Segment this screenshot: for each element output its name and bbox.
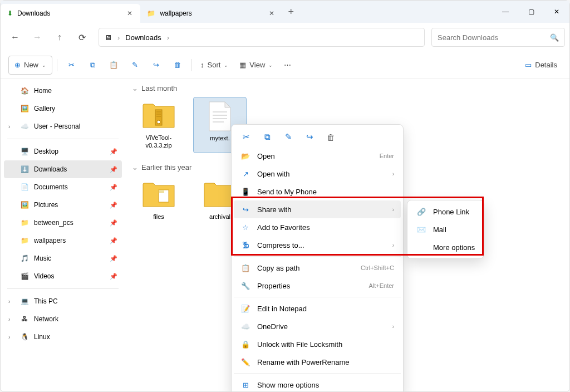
share-icon: ↪ <box>306 132 313 142</box>
search-box[interactable]: 🔍 <box>431 28 565 47</box>
sidebar-item-documents[interactable]: 📄Documents📌 <box>4 178 122 196</box>
submenu-more-options[interactable]: More options <box>410 238 481 256</box>
pin-icon: 📌 <box>110 237 117 244</box>
cut-button[interactable]: ✂ <box>240 131 252 143</box>
properties-icon: 🔧 <box>240 282 250 290</box>
back-button[interactable]: ← <box>5 27 25 47</box>
forward-button[interactable]: → <box>27 27 47 47</box>
onedrive-icon: ☁️ <box>240 322 250 331</box>
submenu-phone-link[interactable]: 🔗Phone Link <box>410 203 481 220</box>
menu-share-with[interactable]: ↪Share with› <box>234 200 401 218</box>
menu-open[interactable]: 📂OpenEnter <box>234 147 401 165</box>
menu-rename-powerrename[interactable]: ✏️Rename with PowerRename <box>234 353 401 371</box>
menu-properties[interactable]: 🔧PropertiesAlt+Enter <box>234 277 401 295</box>
new-tab-button[interactable]: + <box>282 6 300 18</box>
search-input[interactable] <box>438 33 546 42</box>
minimize-button[interactable]: — <box>493 1 518 23</box>
tab-downloads[interactable]: ⬇ Downloads ✕ <box>1 4 140 23</box>
menu-edit-notepad[interactable]: 📝Edit in Notepad <box>234 300 401 317</box>
share-button[interactable]: ↪ <box>146 56 165 75</box>
more-button[interactable]: ⋯ <box>279 56 296 75</box>
cut-button[interactable]: ✂ <box>62 56 81 75</box>
close-button[interactable]: ✕ <box>544 1 569 23</box>
open-with-icon: ↗ <box>240 170 250 178</box>
breadcrumb[interactable]: 🖥 › Downloads › <box>99 28 425 47</box>
menu-label: Mail <box>433 226 475 234</box>
menu-hint: Ctrl+Shift+C <box>361 264 394 271</box>
close-icon[interactable]: ✕ <box>268 9 276 17</box>
tab-wallpapers[interactable]: 📁 wallpapers ✕ <box>140 4 282 23</box>
view-label: View <box>249 61 265 69</box>
menu-label: OneDrive <box>257 322 386 331</box>
chevron-right-icon: › <box>392 207 394 213</box>
cut-icon: ✂ <box>243 132 250 142</box>
sidebar-item-label: Pictures <box>34 201 58 209</box>
chevron-right-icon: › <box>8 334 15 340</box>
menu-compress[interactable]: 🗜Compress to...› <box>234 236 401 254</box>
menu-onedrive[interactable]: ☁️OneDrive› <box>234 317 401 335</box>
sidebar-item-downloads[interactable]: ⬇️Downloads📌 <box>4 160 122 178</box>
maximize-button[interactable]: ▢ <box>518 1 544 23</box>
clipboard-icon: 📋 <box>240 264 250 272</box>
sidebar-item-pictures[interactable]: 🖼️Pictures📌 <box>4 196 122 214</box>
group-header-last-month[interactable]: ⌄ Last month <box>132 84 563 92</box>
file-item-folder[interactable]: files <box>132 176 185 224</box>
details-button[interactable]: ▭ Details <box>520 56 562 75</box>
sidebar-item-videos[interactable]: 🎬Videos📌 <box>4 267 122 285</box>
menu-copy-path[interactable]: 📋Copy as pathCtrl+Shift+C <box>234 259 401 277</box>
sidebar-item-desktop[interactable]: 🖥️Desktop📌 <box>4 143 122 160</box>
share-button[interactable]: ↪ <box>304 131 315 143</box>
menu-label: Rename with PowerRename <box>257 358 394 366</box>
rename-button[interactable]: ✎ <box>125 56 144 75</box>
refresh-button[interactable]: ⟳ <box>72 27 92 47</box>
copy-button[interactable]: ⧉ <box>262 131 273 143</box>
menu-show-more[interactable]: ⊞Show more options <box>234 376 401 391</box>
pc-icon: 💻 <box>19 297 30 305</box>
gallery-icon: 🖼️ <box>19 105 30 112</box>
sidebar-item-label: wallpapers <box>34 237 66 244</box>
chevron-right-icon: › <box>117 33 120 42</box>
rename-button[interactable]: ✎ <box>283 131 294 143</box>
file-explorer-window: ⬇ Downloads ✕ 📁 wallpapers ✕ + — ▢ ✕ ← →… <box>0 0 570 392</box>
sidebar-item-label: Gallery <box>34 105 55 112</box>
submenu-mail[interactable]: ✉️Mail <box>410 220 481 238</box>
delete-button[interactable]: 🗑 <box>325 131 336 143</box>
lock-icon: 🔒 <box>240 340 250 349</box>
sidebar-item-this-pc[interactable]: ›💻This PC <box>4 292 122 310</box>
view-button[interactable]: ▦ View ⌄ <box>235 56 277 75</box>
sort-button[interactable]: ↕ Sort ⌄ <box>196 56 233 75</box>
sidebar-item-label: Documents <box>34 183 68 191</box>
menu-send-to-phone[interactable]: 📱Send to My Phone <box>234 183 401 200</box>
phone-icon: 📱 <box>240 188 250 196</box>
chevron-down-icon: ⌄ <box>132 84 138 92</box>
sidebar-item-network[interactable]: ›🖧Network <box>4 310 122 328</box>
sidebar-item-wallpapers[interactable]: 📁wallpapers📌 <box>4 232 122 249</box>
sidebar-item-home[interactable]: 🏠Home <box>4 82 122 100</box>
navbar: ← → ↑ ⟳ 🖥 › Downloads › 🔍 <box>1 23 569 52</box>
sidebar-item-user[interactable]: ›☁️User - Personal <box>4 117 122 135</box>
pin-icon: 📌 <box>110 255 117 262</box>
share-icon: ↪ <box>153 61 159 69</box>
paste-button[interactable]: 📋 <box>104 56 123 75</box>
menu-add-favorites[interactable]: ☆Add to Favorites <box>234 218 401 236</box>
menu-unlock-locksmith[interactable]: 🔒Unlock with File Locksmith <box>234 335 401 353</box>
titlebar: ⬇ Downloads ✕ 📁 wallpapers ✕ + — ▢ ✕ <box>1 1 569 23</box>
delete-button[interactable]: 🗑 <box>168 56 186 75</box>
sidebar-item-between-pcs[interactable]: 📁between_pcs📌 <box>4 214 122 232</box>
close-icon[interactable]: ✕ <box>126 9 134 17</box>
file-item-zip[interactable]: ViVeTool-v0.3.3.zip <box>132 97 185 153</box>
chevron-right-icon: › <box>8 298 15 305</box>
menu-open-with[interactable]: ↗Open with› <box>234 165 401 183</box>
sidebar-item-music[interactable]: 🎵Music📌 <box>4 249 122 267</box>
sidebar-item-linux[interactable]: ›🐧Linux <box>4 328 122 346</box>
chevron-right-icon: › <box>392 242 394 248</box>
paste-icon: 📋 <box>109 61 118 69</box>
up-button[interactable]: ↑ <box>50 27 70 47</box>
pin-icon: 📌 <box>110 273 117 280</box>
new-button[interactable]: ⊕ New ⌄ <box>8 56 52 75</box>
copy-button[interactable]: ⧉ <box>83 56 102 75</box>
sidebar-item-label: Downloads <box>34 165 67 173</box>
sort-label: Sort <box>208 61 221 69</box>
sidebar-item-gallery[interactable]: 🖼️Gallery <box>4 100 122 117</box>
notepad-icon: 📝 <box>240 305 250 313</box>
